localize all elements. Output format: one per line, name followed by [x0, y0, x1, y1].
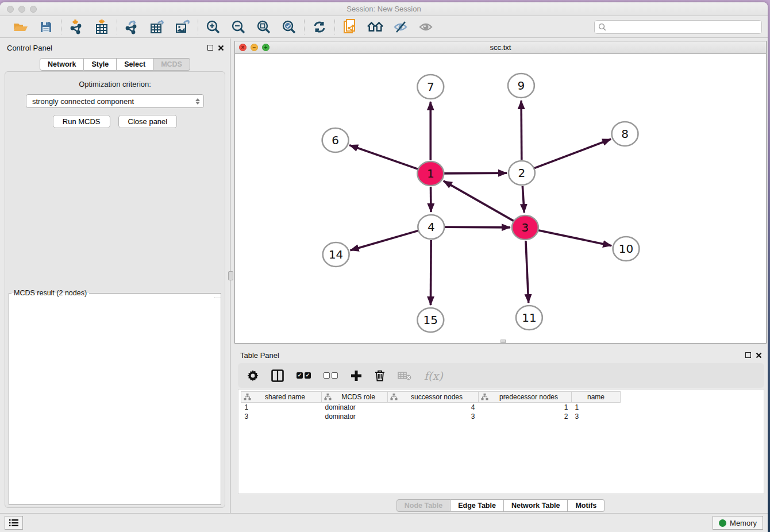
float-table-panel-icon[interactable] — [745, 352, 751, 358]
splitter-handle[interactable] — [228, 271, 233, 280]
network-minimize-button[interactable]: − — [251, 44, 258, 51]
close-panel-button[interactable]: Close panel — [118, 115, 178, 128]
graph-edge-3-10[interactable] — [538, 230, 611, 246]
import-table-icon[interactable] — [94, 19, 110, 35]
search-box[interactable] — [594, 20, 762, 34]
save-session-icon[interactable] — [38, 19, 54, 35]
graph-edge-2-3[interactable] — [522, 186, 524, 213]
graph-node-6[interactable]: 6 — [322, 128, 349, 152]
graph-node-4[interactable]: 4 — [418, 215, 444, 239]
network-from-document-icon[interactable] — [342, 19, 358, 35]
network-window: × − + scc.txt 7968124314101511 — [234, 41, 767, 344]
sort-tree-icon — [481, 394, 488, 400]
graph-edge-2-9[interactable] — [521, 101, 522, 160]
tab-edge-table[interactable]: Edge Table — [451, 499, 504, 512]
table-row[interactable]: 1 dominator 4 1 1 — [241, 403, 621, 412]
window-zoom-button[interactable] — [30, 6, 37, 13]
network-canvas[interactable]: 7968124314101511 — [235, 54, 766, 343]
tab-motifs[interactable]: Motifs — [568, 499, 605, 512]
graph-edge-4-15[interactable] — [430, 240, 431, 305]
refresh-layout-icon[interactable] — [311, 19, 328, 35]
function-builder-icon: f(x) — [424, 369, 443, 382]
export-network-icon[interactable] — [124, 19, 140, 35]
zoom-selected-icon[interactable] — [281, 19, 297, 35]
graph-edge-1-2[interactable] — [444, 173, 507, 174]
tab-style[interactable]: Style — [84, 58, 117, 71]
optimization-criterion-label: Optimization criterion: — [5, 80, 225, 88]
app-titlebar: Session: New Session — [0, 2, 768, 16]
table-row[interactable]: 3 dominator 3 2 3 — [241, 412, 621, 421]
task-history-button[interactable] — [5, 516, 23, 530]
horizontal-splitter-handle[interactable] — [500, 340, 506, 343]
graph-edge-2-8[interactable] — [534, 139, 611, 168]
graph-node-7[interactable]: 7 — [417, 75, 444, 99]
mcds-result-title: MCDS result (2 nodes) — [11, 289, 89, 297]
graph-svg: 7968124314101511 — [235, 54, 766, 343]
export-image-icon[interactable] — [175, 19, 191, 35]
gear-icon[interactable] — [247, 370, 259, 381]
add-column-icon[interactable] — [351, 370, 362, 381]
open-session-icon[interactable] — [13, 19, 29, 35]
column-header[interactable]: name — [572, 392, 621, 403]
control-panel-tabs: Network Style Select MCDS — [0, 58, 230, 71]
tab-mcds[interactable]: MCDS — [153, 58, 190, 71]
close-table-panel-icon[interactable] — [756, 352, 762, 358]
graph-node-11[interactable]: 11 — [516, 306, 542, 330]
network-window-title: scc.txt — [235, 43, 766, 52]
column-header[interactable]: MCDS role — [322, 392, 388, 403]
hide-selected-icon[interactable] — [392, 19, 409, 35]
tab-network[interactable]: Network — [40, 58, 84, 71]
network-maximize-button[interactable]: + — [262, 44, 270, 51]
home-networks-icon[interactable] — [367, 19, 383, 35]
column-layout-icon[interactable] — [271, 369, 284, 382]
mcds-result-textarea[interactable]: 1 3 — [9, 297, 221, 298]
status-bar: Memory — [0, 513, 768, 532]
svg-text:15: 15 — [424, 313, 438, 327]
zoom-fit-icon[interactable] — [256, 19, 272, 35]
tab-select[interactable]: Select — [117, 58, 153, 71]
column-header[interactable]: predecessor nodes — [479, 392, 572, 403]
run-mcds-button[interactable]: Run MCDS — [53, 115, 110, 128]
table-panel-title: Table Panel — [240, 351, 279, 360]
deselect-all-rows-icon[interactable] — [324, 372, 338, 379]
close-panel-icon[interactable] — [218, 45, 224, 51]
zoom-out-icon[interactable] — [230, 19, 247, 35]
table-tabs: Node Table Edge Table Network Table Moti… — [233, 499, 768, 512]
graph-node-3[interactable]: 3 — [512, 215, 538, 240]
import-network-icon[interactable] — [68, 19, 84, 35]
float-panel-icon[interactable] — [207, 45, 213, 51]
graph-node-15[interactable]: 15 — [417, 308, 444, 332]
graph-node-9[interactable]: 9 — [508, 74, 534, 98]
svg-text:3: 3 — [522, 221, 529, 234]
graph-edge-3-1[interactable] — [444, 181, 514, 221]
search-input[interactable] — [609, 23, 758, 31]
graph-edge-1-6[interactable] — [349, 145, 418, 169]
delete-column-icon[interactable] — [375, 369, 385, 381]
result-scrollbar[interactable] — [214, 297, 221, 298]
column-header[interactable]: shared name — [241, 392, 322, 403]
tab-node-table[interactable]: Node Table — [396, 499, 451, 512]
select-all-rows-icon[interactable]: ✓✓ — [297, 372, 311, 379]
graph-node-2[interactable]: 2 — [509, 161, 535, 185]
memory-button[interactable]: Memory — [713, 516, 763, 530]
table-toolbar: ✓✓ f(x) — [238, 363, 764, 388]
graph-node-8[interactable]: 8 — [612, 122, 638, 146]
column-header[interactable]: successor nodes — [388, 392, 479, 403]
window-minimize-button[interactable] — [18, 6, 25, 13]
svg-text:9: 9 — [518, 79, 525, 92]
tab-network-table[interactable]: Network Table — [504, 499, 568, 512]
network-close-button[interactable]: × — [239, 44, 247, 51]
graph-node-10[interactable]: 10 — [613, 237, 640, 261]
graph-edge-4-3[interactable] — [444, 227, 510, 228]
control-panel: Control Panel Network Style Select MCDS … — [0, 38, 230, 513]
graph-edge-4-14[interactable] — [351, 230, 419, 250]
export-table-icon[interactable] — [149, 19, 165, 35]
graph-node-14[interactable]: 14 — [323, 242, 349, 267]
criterion-dropdown[interactable]: strongly connected component — [26, 94, 204, 108]
zoom-in-icon[interactable] — [205, 19, 221, 35]
dropdown-stepper-icon — [195, 98, 200, 105]
graph-edge-3-11[interactable] — [526, 241, 529, 303]
graph-node-1[interactable]: 1 — [417, 161, 444, 186]
window-close-button[interactable] — [7, 6, 14, 13]
network-window-titlebar[interactable]: × − + scc.txt — [235, 41, 766, 54]
